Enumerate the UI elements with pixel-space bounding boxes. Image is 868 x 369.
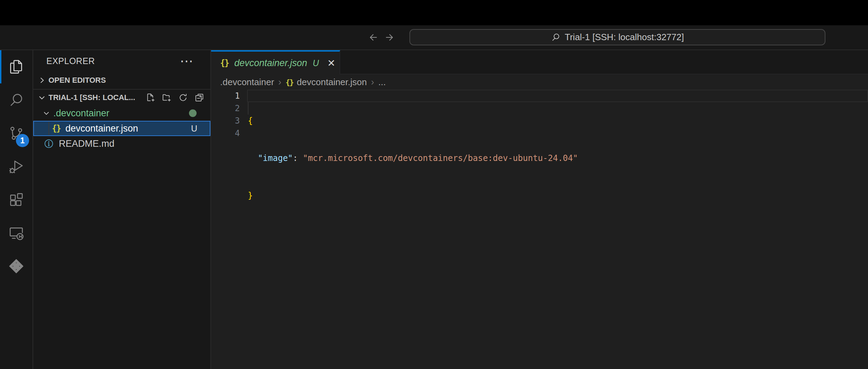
chevron-right-icon xyxy=(37,76,46,85)
command-center-label: Trial-1 [SSH: localhost:32772] xyxy=(565,32,684,43)
vscode-window: Trial-1 [SSH: localhost:32772] xyxy=(0,0,868,369)
collapse-all-button[interactable] xyxy=(195,93,204,102)
open-editors-label: OPEN EDITORS xyxy=(48,76,106,85)
source-control-badge: 1 xyxy=(16,134,29,147)
search-icon xyxy=(8,92,24,108)
activity-remote-explorer-button[interactable] xyxy=(0,216,33,250)
new-file-button[interactable] xyxy=(146,93,155,102)
tab-label: devcontainer.json xyxy=(234,58,307,69)
tab-devcontainer-json[interactable]: {} devcontainer.json U ✕ xyxy=(211,50,340,74)
workspace-label: TRIAL-1 [SSH: LOCAL... xyxy=(48,93,135,102)
tree-item-devcontainer-folder[interactable]: .devcontainer xyxy=(33,106,210,121)
activity-search-button[interactable] xyxy=(0,83,33,117)
git-modified-dot-badge xyxy=(189,109,197,117)
file-name: README.md xyxy=(59,138,115,149)
json-file-icon: {} xyxy=(286,78,293,87)
tree-indent-guide xyxy=(48,122,49,135)
breadcrumb-folder[interactable]: .devcontainer xyxy=(220,77,274,88)
readme-info-icon xyxy=(44,138,54,149)
code-content: { "image": "mcr.microsoft.com/devcontain… xyxy=(248,90,868,264)
code-token: "image" xyxy=(258,153,293,163)
indent-guide xyxy=(248,102,248,115)
line-number: 4 xyxy=(211,127,240,140)
search-icon xyxy=(551,33,561,42)
remote-explorer-icon xyxy=(8,225,24,241)
chevron-separator-icon: › xyxy=(278,77,281,88)
json-file-icon: {} xyxy=(52,124,61,133)
breadcrumb-file[interactable]: devcontainer.json xyxy=(297,77,367,88)
chevron-down-icon xyxy=(37,93,46,102)
containers-diamond-icon xyxy=(8,258,24,274)
files-icon xyxy=(8,59,24,75)
explorer-sidebar: EXPLORER ⋯ OPEN EDITORS TRIAL-1 [SSH: LO… xyxy=(33,50,211,369)
git-untracked-badge: U xyxy=(191,124,197,134)
line-number-gutter: 1 2 3 4 xyxy=(211,90,248,140)
tree-item-readme[interactable]: README.md xyxy=(33,136,210,151)
line-number: 2 xyxy=(211,102,240,115)
tab-git-untracked-indicator: U xyxy=(313,58,319,68)
code-line: } xyxy=(248,189,868,202)
code-token: : xyxy=(293,153,303,163)
breadcrumb: .devcontainer › {} devcontainer.json › .… xyxy=(211,74,868,90)
tab-bar: {} devcontainer.json U ✕ xyxy=(211,50,868,74)
activity-source-control-button[interactable]: 1 xyxy=(0,117,33,150)
folder-name: .devcontainer xyxy=(53,108,109,119)
editor-group: {} devcontainer.json U ✕ .devcontainer ›… xyxy=(211,50,868,369)
navigate-back-button[interactable] xyxy=(368,32,379,43)
code-editor[interactable]: 1 2 3 4 { "image": "mcr.microsoft.com/de… xyxy=(211,90,868,369)
code-line xyxy=(248,227,868,239)
title-bar: Trial-1 [SSH: localhost:32772] xyxy=(0,25,868,50)
debug-icon xyxy=(8,159,24,174)
code-token: { xyxy=(248,116,253,126)
activity-bar: 1 xyxy=(0,50,33,369)
code-line: "image": "mcr.microsoft.com/devcontainer… xyxy=(248,152,868,164)
tree-item-devcontainer-json[interactable]: {} devcontainer.json U xyxy=(33,121,210,136)
new-folder-button[interactable] xyxy=(162,93,172,102)
chevron-separator-icon: › xyxy=(371,77,374,88)
close-icon[interactable]: ✕ xyxy=(327,57,335,69)
json-file-icon: {} xyxy=(220,58,229,68)
code-token: } xyxy=(248,191,253,200)
command-center[interactable]: Trial-1 [SSH: localhost:32772] xyxy=(409,29,825,45)
extensions-icon xyxy=(8,192,24,208)
menu-strip xyxy=(0,0,868,25)
code-token: "mcr.microsoft.com/devcontainers/base:de… xyxy=(303,153,578,163)
chevron-down-icon xyxy=(42,109,51,117)
breadcrumb-symbol[interactable]: ... xyxy=(378,77,386,88)
workspace-section[interactable]: TRIAL-1 [SSH: LOCAL... xyxy=(33,89,210,106)
more-actions-icon[interactable]: ⋯ xyxy=(180,57,193,64)
line-number: 1 xyxy=(211,90,240,102)
open-editors-section[interactable]: OPEN EDITORS xyxy=(33,72,210,89)
navigate-forward-button[interactable] xyxy=(384,32,395,43)
code-token xyxy=(248,153,258,163)
tab-bar-empty-space xyxy=(340,50,868,74)
activity-run-debug-button[interactable] xyxy=(0,150,33,183)
code-line: { xyxy=(248,115,868,127)
activity-containers-button[interactable] xyxy=(0,250,33,283)
line-number: 3 xyxy=(211,115,240,127)
file-name: devcontainer.json xyxy=(65,123,138,134)
activity-explorer-button[interactable] xyxy=(0,50,33,83)
refresh-button[interactable] xyxy=(178,93,188,102)
sidebar-title: EXPLORER xyxy=(46,56,95,66)
activity-extensions-button[interactable] xyxy=(0,183,33,216)
current-line-highlight xyxy=(247,90,868,102)
